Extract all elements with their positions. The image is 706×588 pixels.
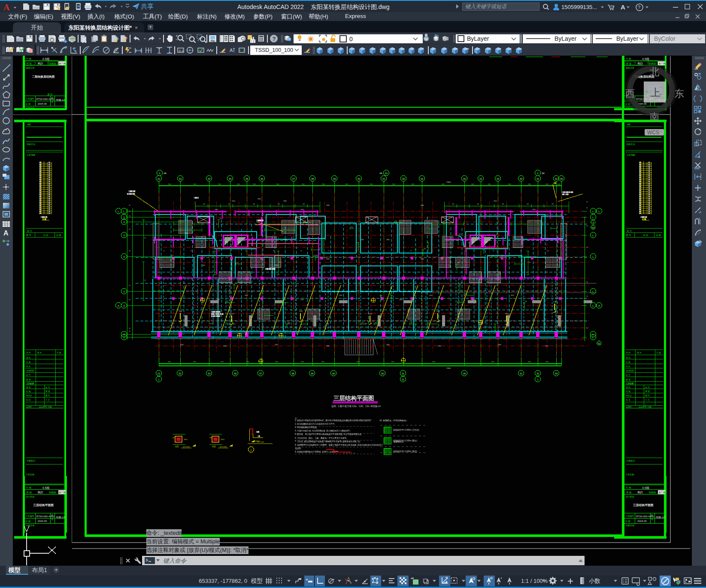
svg-text:1980: 1980	[283, 239, 287, 241]
svg-text:35: 35	[234, 372, 237, 375]
svg-text:30: 30	[586, 247, 588, 248]
svg-text:审 核: 审 核	[27, 62, 32, 65]
svg-text:10. 板面硬化（H为结构标高）: 10. 板面硬化（H为结构标高）	[379, 419, 408, 422]
svg-text:L5: L5	[520, 250, 522, 252]
svg-text:██▌: ██▌	[639, 190, 642, 191]
svg-text:板面标高=H−0.060m (卫生间): 板面标高=H−0.060m (卫生间)	[393, 428, 419, 431]
svg-text:2400: 2400	[442, 184, 445, 185]
svg-text:2400: 2400	[322, 184, 325, 185]
svg-text:序 列: 序 列	[26, 351, 31, 354]
svg-text:日 期: 日 期	[657, 352, 661, 354]
svg-text:32: 32	[179, 178, 182, 180]
svg-text:2100: 2100	[300, 299, 304, 301]
svg-text:2400: 2400	[488, 184, 491, 185]
svg-text:图: 图	[52, 97, 54, 99]
svg-text:11.05: 11.05	[436, 311, 440, 312]
svg-text:██▌: ██▌	[639, 173, 642, 175]
svg-text:██▌: ██▌	[639, 195, 642, 197]
svg-text:2670: 2670	[511, 295, 514, 296]
svg-text:L7: L7	[548, 250, 549, 252]
svg-text:2400: 2400	[215, 209, 218, 211]
svg-text:内 容: 内 容	[43, 234, 48, 236]
svg-text:3200: 3200	[391, 361, 394, 363]
svg-text:1800: 1800	[386, 344, 390, 346]
svg-text:L1: L1	[163, 250, 165, 252]
svg-text:v: v	[403, 47, 404, 51]
svg-text:18: 18	[279, 262, 281, 263]
svg-text:11.05: 11.05	[299, 311, 303, 312]
svg-text:出图标记: 出图标记	[27, 459, 35, 462]
svg-text:4.5梯: 4.5梯	[642, 486, 649, 489]
svg-text:▌█: ▌█	[648, 212, 650, 214]
svg-text:2460: 2460	[223, 345, 227, 347]
svg-text:专业经理: 专业经理	[626, 369, 634, 372]
svg-text:30: 30	[586, 296, 588, 297]
svg-text:A: A	[118, 305, 119, 307]
svg-text:2040: 2040	[421, 205, 424, 206]
svg-text:今 图: 今 图	[626, 486, 631, 489]
svg-text:2100: 2100	[429, 295, 433, 296]
svg-text:▌█: ▌█	[48, 211, 50, 212]
svg-text:L4: L4	[218, 250, 220, 252]
svg-text:暖 通: 暖 通	[626, 378, 631, 381]
svg-text:模型: 模型	[251, 578, 263, 584]
svg-text:结构专业: 结构专业	[27, 143, 35, 146]
svg-text:GZ1: GZ1	[175, 446, 179, 448]
svg-text:L8: L8	[273, 250, 275, 252]
svg-text:30: 30	[129, 205, 130, 206]
svg-text:A: A	[3, 229, 9, 237]
svg-text:██▌: ██▌	[39, 193, 42, 195]
svg-text:██▌: ██▌	[639, 199, 642, 201]
svg-text:L6: L6	[245, 250, 247, 252]
svg-text:120: 120	[459, 233, 461, 235]
svg-text:██▌: ██▌	[639, 178, 642, 180]
svg-text:11.05: 11.05	[505, 313, 509, 315]
svg-text:██▌: ██▌	[639, 193, 642, 195]
svg-text:设计阶段: 设计阶段	[625, 495, 634, 498]
svg-text:▌██▌█: ▌██▌█	[194, 197, 199, 199]
svg-text:2400: 2400	[370, 184, 373, 185]
svg-text:30: 30	[129, 211, 130, 212]
svg-text:二期转换层结构图: 二期转换层结构图	[32, 75, 55, 78]
svg-text:施工图: 施工图	[59, 491, 66, 494]
svg-text:号: 号	[52, 519, 54, 521]
svg-text:3200: 3200	[193, 361, 196, 363]
svg-text:2280: 2280	[326, 258, 330, 260]
svg-text:ByLayer: ByLayer	[616, 35, 639, 42]
svg-text:西: 西	[625, 88, 635, 99]
svg-text:0: 0	[349, 36, 353, 42]
svg-text:L2: L2	[328, 250, 330, 252]
svg-text:会签栏: 会签栏	[26, 406, 32, 408]
svg-text:电 气: 电 气	[26, 374, 31, 376]
svg-text:37: 37	[259, 372, 262, 375]
svg-text:A: A	[3, 3, 10, 12]
svg-text:██▌: ██▌	[639, 171, 642, 172]
svg-text:工程编号: 工程编号	[625, 515, 634, 517]
svg-text:电 气: 电 气	[645, 386, 650, 389]
svg-text:30: 30	[129, 215, 130, 217]
svg-text:30: 30	[358, 178, 361, 180]
svg-text:▌█: ▌█	[648, 182, 650, 184]
svg-text:3200: 3200	[356, 361, 359, 363]
svg-text:图: 图	[52, 514, 54, 516]
svg-text:图 名: 图 名	[637, 352, 642, 354]
svg-text:2400: 2400	[472, 299, 476, 301]
svg-text:n: n	[456, 47, 458, 51]
svg-text:▌█: ▌█	[48, 186, 50, 187]
svg-text:▌█: ▌█	[648, 199, 650, 201]
svg-text:██▌: ██▌	[39, 184, 42, 186]
svg-text:建 筑: 建 筑	[26, 386, 31, 389]
svg-text:d图: d图	[27, 123, 31, 126]
svg-text:▌███▌██▌██: ▌███▌██▌██	[211, 311, 221, 313]
svg-text:2520: 2520	[361, 239, 364, 241]
svg-text:▌█: ▌█	[648, 169, 650, 171]
svg-text:38: 38	[291, 372, 294, 375]
svg-text:图 号: 图 号	[26, 234, 31, 237]
svg-text:L6: L6	[383, 250, 385, 252]
svg-text:电 气: 电 气	[45, 386, 50, 389]
svg-text:KL2: KL2	[210, 323, 213, 325]
svg-text:键入命令: 键入命令	[163, 558, 187, 564]
svg-text:180: 180	[496, 233, 498, 235]
svg-text:██▌: ██▌	[39, 212, 42, 214]
svg-text:图 号: 图 号	[626, 234, 631, 237]
